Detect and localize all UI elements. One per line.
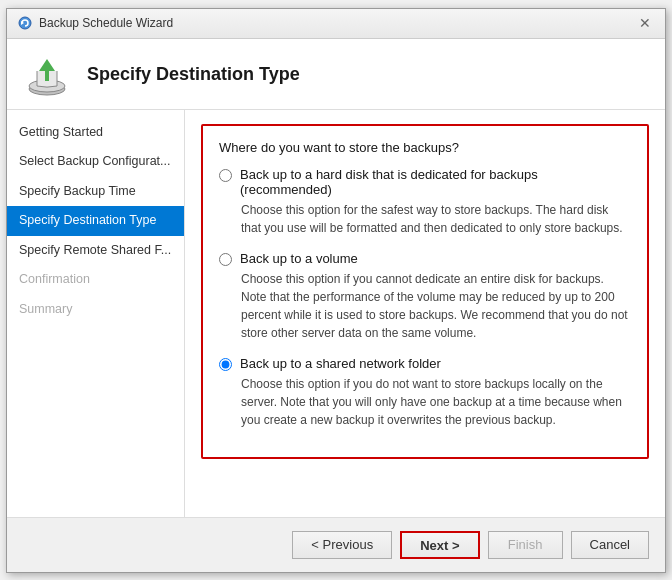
window-title: Backup Schedule Wizard [39, 16, 173, 30]
wizard-window: Backup Schedule Wizard ✕ Specify Destina… [6, 8, 666, 573]
header-icon [23, 51, 71, 99]
option-hard-disk-header: Back up to a hard disk that is dedicated… [219, 167, 631, 197]
sidebar-item-getting-started[interactable]: Getting Started [7, 118, 184, 148]
options-box: Where do you want to store the backups? … [201, 124, 649, 459]
header-area: Specify Destination Type [7, 39, 665, 110]
title-bar-left: Backup Schedule Wizard [17, 15, 173, 31]
option-volume-header: Back up to a volume [219, 251, 631, 266]
option-network-folder-label[interactable]: Back up to a shared network folder [240, 356, 441, 371]
previous-button[interactable]: < Previous [292, 531, 392, 559]
sidebar-item-specify-remote[interactable]: Specify Remote Shared F... [7, 236, 184, 266]
cancel-button[interactable]: Cancel [571, 531, 649, 559]
svg-point-0 [19, 17, 31, 29]
title-bar: Backup Schedule Wizard ✕ [7, 9, 665, 39]
content-area: Getting Started Select Backup Configurat… [7, 110, 665, 517]
question-text: Where do you want to store the backups? [219, 140, 631, 155]
option-volume-label[interactable]: Back up to a volume [240, 251, 358, 266]
sidebar-item-specify-backup-time[interactable]: Specify Backup Time [7, 177, 184, 207]
option-hard-disk-label[interactable]: Back up to a hard disk that is dedicated… [240, 167, 631, 197]
option-network-folder-desc: Choose this option if you do not want to… [241, 375, 631, 429]
sidebar-item-summary: Summary [7, 295, 184, 325]
close-button[interactable]: ✕ [635, 13, 655, 33]
option-network-folder: Back up to a shared network folder Choos… [219, 356, 631, 429]
sidebar-item-specify-destination[interactable]: Specify Destination Type [7, 206, 184, 236]
next-button[interactable]: Next > [400, 531, 479, 559]
radio-network-folder[interactable] [219, 358, 232, 371]
option-hard-disk: Back up to a hard disk that is dedicated… [219, 167, 631, 237]
window-icon [17, 15, 33, 31]
option-network-folder-header: Back up to a shared network folder [219, 356, 631, 371]
radio-volume[interactable] [219, 253, 232, 266]
sidebar-item-confirmation: Confirmation [7, 265, 184, 295]
option-volume: Back up to a volume Choose this option i… [219, 251, 631, 342]
footer: < Previous Next > Finish Cancel [7, 517, 665, 572]
main-content: Where do you want to store the backups? … [185, 110, 665, 517]
radio-hard-disk[interactable] [219, 169, 232, 182]
sidebar: Getting Started Select Backup Configurat… [7, 110, 185, 517]
option-volume-desc: Choose this option if you cannot dedicat… [241, 270, 631, 342]
page-title: Specify Destination Type [87, 64, 300, 85]
option-hard-disk-desc: Choose this option for the safest way to… [241, 201, 631, 237]
sidebar-item-select-backup[interactable]: Select Backup Configurat... [7, 147, 184, 177]
finish-button[interactable]: Finish [488, 531, 563, 559]
